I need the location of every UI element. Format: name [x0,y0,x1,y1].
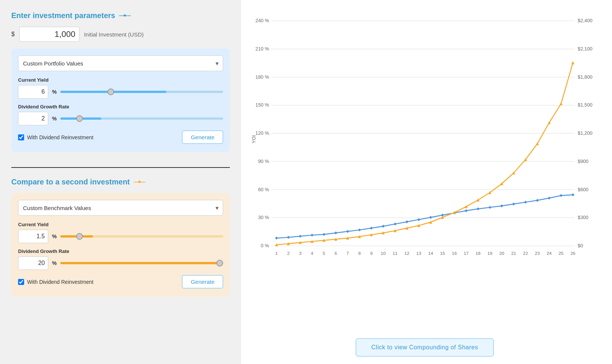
svg-text:30 %: 30 % [258,215,269,220]
svg-text:13: 13 [416,251,422,256]
portfolio-yield-label: Current Yield [18,77,223,83]
chart-container: 240 % 210 % 180 % 150 % 120 % 90 % 60 % … [249,11,601,267]
benchmark-yield-row: % [18,230,223,243]
benchmark-dropdown[interactable]: Custom Benchmark Values S&P 500 Dow Jone… [18,200,223,216]
svg-text:11: 11 [393,251,398,256]
section-divider [11,167,230,168]
svg-text:60 %: 60 % [258,187,269,192]
portfolio-dropdown[interactable]: Custom Portfolio Values S&P 500 Dow Jone… [18,55,223,71]
portfolio-checkbox-row: With Dividend Reinvestment Generate [18,131,223,144]
portfolio-section-title: Enter investment parameters ─•─ [11,11,230,20]
portfolio-dropdown-wrapper: Custom Portfolio Values S&P 500 Dow Jone… [18,55,223,71]
svg-text:26: 26 [571,251,576,256]
chart-area: 240 % 210 % 180 % 150 % 120 % 90 % 60 % … [249,11,601,331]
svg-text:180 %: 180 % [256,74,269,80]
right-panel: 240 % 210 % 180 % 150 % 120 % 90 % 60 % … [241,0,612,364]
svg-text:10: 10 [381,251,386,256]
svg-text:210 %: 210 % [256,46,269,52]
portfolio-blue-section: Custom Portfolio Values S&P 500 Dow Jone… [11,49,230,152]
svg-marker-105 [571,61,574,64]
benchmark-growth-input[interactable] [18,256,48,270]
svg-text:24: 24 [547,251,552,256]
dash-icon: ─•─ [119,11,130,20]
svg-marker-66 [417,218,420,221]
portfolio-growth-pct: % [52,116,57,122]
initial-investment-input[interactable] [19,27,80,42]
svg-text:2: 2 [287,251,290,256]
svg-text:18: 18 [476,251,481,256]
portfolio-title-text: Enter investment parameters [11,11,115,20]
benchmark-growth-pct: % [52,260,57,266]
svg-text:$1,500: $1,500 [578,102,592,108]
svg-text:$2,400: $2,400 [578,18,592,23]
benchmark-generate-button[interactable]: Generate [182,275,223,288]
svg-marker-104 [560,102,563,105]
portfolio-growth-row: % [18,112,223,125]
svg-marker-58 [323,233,326,236]
svg-text:$1,200: $1,200 [578,130,592,136]
svg-text:90 %: 90 % [258,158,269,164]
svg-text:15: 15 [440,251,445,256]
svg-marker-64 [393,222,396,225]
svg-text:7: 7 [346,251,349,256]
benchmark-growth-label: Dividend Growth Rate [18,248,223,254]
benchmark-checkbox-text: With Dividend Reinvestment [27,279,93,285]
benchmark-yield-label: Current Yield [18,222,223,227]
svg-marker-61 [358,228,361,231]
portfolio-reinvest-checkbox[interactable] [18,134,24,140]
svg-marker-76 [536,199,539,202]
investment-label: Initial Investment (USD) [84,31,144,38]
svg-marker-56 [299,235,302,238]
chart-svg: 240 % 210 % 180 % 150 % 120 % 90 % 60 % … [249,11,601,267]
svg-text:21: 21 [511,251,516,256]
svg-text:20: 20 [499,251,505,256]
svg-marker-72 [488,206,491,209]
svg-text:5: 5 [323,251,325,256]
svg-text:$2,100: $2,100 [578,46,592,52]
benchmark-orange-section: Custom Benchmark Values S&P 500 Dow Jone… [11,193,230,297]
portfolio-yield-input[interactable] [18,85,48,99]
svg-text:17: 17 [464,251,469,256]
svg-marker-62 [370,227,373,230]
benchmark-reinvest-checkbox[interactable] [18,279,24,285]
portfolio-dropdown-row: Custom Portfolio Values S&P 500 Dow Jone… [18,55,223,71]
svg-text:$600: $600 [578,187,588,192]
portfolio-checkbox-label[interactable]: With Dividend Reinvestment [18,134,93,140]
benchmark-yield-input[interactable] [18,230,48,243]
svg-text:19: 19 [487,251,492,256]
svg-marker-77 [548,196,551,200]
svg-marker-57 [311,234,314,237]
portfolio-growth-slider[interactable] [60,117,223,120]
svg-text:23: 23 [535,251,540,256]
svg-marker-55 [287,236,290,239]
svg-text:$900: $900 [578,158,588,164]
compounding-shares-button[interactable]: Click to view Compounding of Shares [356,338,493,356]
benchmark-dropdown-row: Custom Benchmark Values S&P 500 Dow Jone… [18,200,223,216]
portfolio-yield-pct: % [52,89,57,95]
portfolio-generate-button[interactable]: Generate [182,131,223,144]
dollar-sign: $ [11,31,15,38]
svg-text:150 %: 150 % [256,102,269,108]
benchmark-section-title: Compare to a second investment ─•─ [11,178,230,186]
svg-marker-59 [334,231,337,235]
svg-marker-78 [560,194,563,197]
benchmark-yield-slider[interactable] [60,235,223,238]
portfolio-growth-input[interactable] [18,112,48,125]
benchmark-checkbox-row: With Dividend Reinvestment Generate [18,275,223,288]
svg-text:0 %: 0 % [261,243,269,248]
svg-marker-74 [512,203,515,206]
svg-text:1: 1 [275,251,278,256]
svg-marker-54 [275,237,278,240]
compare-dash-icon: ─•─ [134,178,145,186]
left-panel: Enter investment parameters ─•─ $ Initia… [0,0,241,364]
svg-marker-67 [429,216,432,219]
portfolio-growth-label: Dividend Growth Rate [18,104,223,110]
svg-text:14: 14 [428,251,433,256]
svg-text:22: 22 [523,251,528,256]
portfolio-yield-slider[interactable] [60,91,223,93]
benchmark-checkbox-label[interactable]: With Dividend Reinvestment [18,279,93,285]
benchmark-growth-slider[interactable] [60,262,223,264]
svg-marker-73 [500,204,503,207]
svg-text:12: 12 [404,251,409,256]
svg-text:YOI: YOI [251,135,257,143]
